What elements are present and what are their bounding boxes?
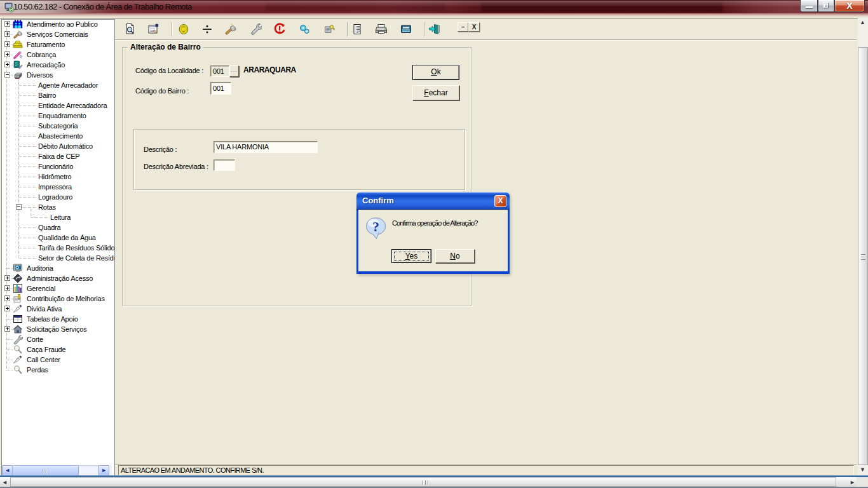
svg-text:?: ? bbox=[372, 219, 379, 234]
